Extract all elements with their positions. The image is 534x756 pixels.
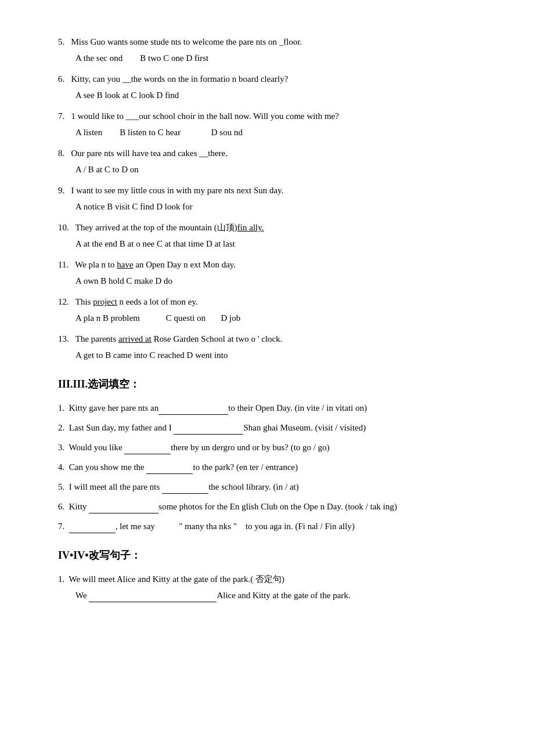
s4-q1-fill: We Alice and Kitty at the gate of the pa… [58,588,488,602]
s3-q4-text: 4. Can you show me the to the park? (en … [58,460,488,474]
s3-q3-blank [124,445,171,454]
q8-options: A / B at C to D on [58,162,488,176]
q6-text: 6. Kitty, can you __the words on the in … [58,72,488,86]
q6-num: 6. [58,74,64,84]
q13-options: A get to B came into C reached D went in… [58,348,488,362]
q8-num: 8. [58,149,64,158]
q12-options: A pla n B problem C questi on D job [58,311,488,325]
q9-num: 9. [58,186,64,195]
s4-q1-text: 1. We will meet Alice and Kitty at the g… [58,572,488,586]
s3-q6-text: 6. Kitty some photos for the En glish Cl… [58,500,488,513]
s3-q3: 3. Would you like there by un dergro und… [58,440,488,454]
s3-q3-text: 3. Would you like there by un dergro und… [58,440,488,454]
q11-text: 11. We pla n to have an Open Day n ext M… [58,258,488,272]
section3-roman: III. [58,378,73,390]
s3-q5-text: 5. I will meet all the pare nts the scho… [58,480,488,494]
q9-text: 9. I want to see my little cous in with … [58,183,488,197]
s3-q7: 7. , let me say " many tha nks " to you … [58,519,488,533]
q5-options: A the sec ond B two C one D first [58,51,488,65]
q10-text: 10. They arrived at the top of the mount… [58,220,488,234]
section4-header: IV•IV•改写句子： [58,547,488,564]
s3-q1-text: 1. Kitty gave her pare nts anto their Op… [58,401,488,415]
q11-num: 11. [58,260,68,269]
question-9: 9. I want to see my little cous in with … [58,183,488,214]
q7-text: 7. 1 would like to ___our school choir i… [58,109,488,123]
question-12: 12. This project n eeds a lot of mon ey.… [58,295,488,325]
q12-underline: project [93,297,117,306]
question-8: 8. Our pare nts will have tea and cakes … [58,146,488,176]
q6-options: A see B look at C look D find [58,88,488,102]
s3-q6: 6. Kitty some photos for the En glish Cl… [58,500,488,513]
q11-underline: have [117,260,133,269]
q13-text: 13. The parents arrived at Rose Garden S… [58,332,488,346]
s3-q2-text: 2. Last Sun day, my father and I Shan gh… [58,421,488,435]
q5-text: 5. Miss Guo wants some stude nts to welc… [58,35,488,49]
s3-q4: 4. Can you show me the to the park? (en … [58,460,488,474]
s3-q7-blank [69,524,116,533]
s3-q7-text: 7. , let me say " many tha nks " to you … [58,519,488,533]
s3-q5-blank [162,484,208,494]
question-7: 7. 1 would like to ___our school choir i… [58,109,488,139]
q10-num: 10. [58,223,69,232]
q12-text: 12. This project n eeds a lot of mon ey. [58,295,488,309]
s3-q5: 5. I will meet all the pare nts the scho… [58,480,488,494]
s4-q1: 1. We will meet Alice and Kitty at the g… [58,572,488,602]
question-6: 6. Kitty, can you __the words on the in … [58,72,488,102]
q11-options: A own B hold C make D do [58,274,488,288]
question-5: 5. Miss Guo wants some stude nts to welc… [58,35,488,65]
question-13: 13. The parents arrived at Rose Garden S… [58,332,488,362]
q10-underline: fin ally. [237,223,264,232]
q12-num: 12. [58,297,69,306]
s3-q4-blank [146,465,193,474]
q13-underline: arrived at [118,334,151,343]
q9-options: A notice B visit C find D look for [58,200,488,214]
question-11: 11. We pla n to have an Open Day n ext M… [58,258,488,288]
section4-roman: IV• [58,549,73,561]
s3-q1: 1. Kitty gave her pare nts anto their Op… [58,401,488,415]
q10-options: A at the end B at o nee C at that time D… [58,237,488,251]
q7-options: A listen B listen to C hear D sou nd [58,125,488,139]
section4-title: IV•改写句子： [73,549,140,561]
section3-header: III.III.选词填空： [58,376,488,393]
s3-q1-blank [158,406,228,415]
s3-q6-blank [89,504,158,513]
q8-text: 8. Our pare nts will have tea and cakes … [58,146,488,160]
q5-num: 5. [58,37,64,46]
section3-title: III.选词填空： [73,378,140,390]
s3-q2: 2. Last Sun day, my father and I Shan gh… [58,421,488,435]
q7-num: 7. [58,111,64,121]
s3-q2-blank [174,425,243,435]
question-10: 10. They arrived at the top of the mount… [58,220,488,251]
s4-q1-blank [89,593,217,602]
q13-num: 13. [58,334,69,343]
